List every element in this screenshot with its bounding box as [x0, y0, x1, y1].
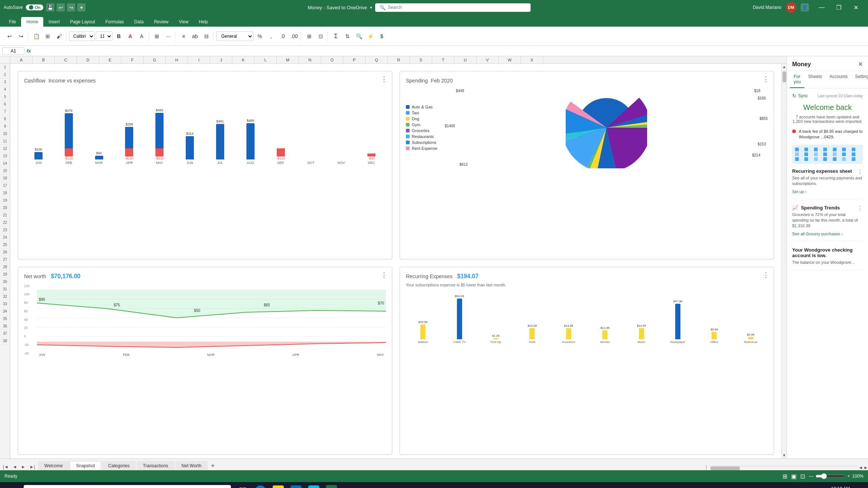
col-B[interactable]: B — [33, 56, 55, 63]
undo-icon[interactable]: ↩ — [57, 3, 65, 11]
setup-link[interactable]: Set up › — [792, 189, 807, 194]
row-11[interactable]: 11 — [0, 138, 10, 145]
h-scroll-thumb[interactable] — [710, 467, 740, 470]
wrap-text-btn[interactable]: ab — [190, 31, 200, 41]
side-tab-accounts[interactable]: Accounts — [826, 71, 851, 88]
merge-btn[interactable]: ⊟ — [201, 31, 212, 41]
zoom-slider[interactable] — [815, 473, 845, 479]
tab-page-layout[interactable]: Page Layout — [65, 17, 100, 27]
taskbar-explorer-btn[interactable]: 📁 — [269, 482, 287, 488]
side-tab-for-you[interactable]: For you — [790, 71, 804, 88]
row-35[interactable]: 35 — [0, 315, 10, 323]
tab-help[interactable]: Help — [194, 17, 213, 27]
increase-decimal-btn[interactable]: .0 — [277, 31, 288, 41]
row-21[interactable]: 21 — [0, 212, 10, 219]
side-tab-settings[interactable]: Settings — [851, 71, 868, 88]
side-panel-close-btn[interactable]: ✕ — [858, 61, 863, 68]
row-6[interactable]: 6 — [0, 101, 10, 108]
sheet-tab-transactions[interactable]: Transactions — [137, 461, 174, 470]
cashflow-menu-btn[interactable]: ⋮ — [381, 75, 387, 83]
net-worth-menu-btn[interactable]: ⋮ — [381, 271, 387, 279]
add-sheet-btn[interactable]: + — [208, 461, 217, 470]
bold-btn[interactable]: B — [114, 31, 124, 41]
highlight-btn[interactable]: A — [137, 31, 147, 41]
col-K[interactable]: K — [232, 56, 255, 63]
dollar-btn[interactable]: $ — [377, 31, 387, 41]
col-P[interactable]: P — [343, 56, 366, 63]
format-table-btn[interactable]: ⊡ — [316, 31, 326, 41]
col-N[interactable]: N — [299, 56, 321, 63]
col-Q[interactable]: Q — [366, 56, 388, 63]
tab-last-btn[interactable]: ►| — [28, 464, 37, 470]
row-28[interactable]: 28 — [0, 263, 10, 271]
row-18[interactable]: 18 — [0, 189, 10, 197]
sheet-tab-snapshot[interactable]: Snapshot — [70, 461, 101, 470]
copy-btn[interactable]: ⊞ — [43, 31, 53, 41]
sheet-tab-net-worth[interactable]: Net Worth — [175, 461, 208, 470]
grocery-link[interactable]: See all Grocery purchases › — [792, 232, 842, 236]
row-19[interactable]: 19 — [0, 197, 10, 204]
row-10[interactable]: 10 — [0, 130, 10, 138]
paste-btn[interactable]: 📋 — [31, 31, 41, 41]
row-2[interactable]: 2 — [0, 71, 10, 78]
scroll-left-btn[interactable]: ◄ — [858, 465, 863, 470]
more-icon[interactable]: ▾ — [77, 3, 85, 11]
col-F[interactable]: F — [121, 56, 144, 63]
col-A[interactable]: A — [10, 56, 33, 63]
search-input[interactable] — [388, 5, 526, 10]
row-8[interactable]: 8 — [0, 115, 10, 123]
autosum-btn[interactable]: Σ — [331, 31, 341, 41]
taskbar-search-box[interactable]: 🔍 — [24, 485, 231, 488]
row-30[interactable]: 30 — [0, 278, 10, 286]
taskbar-task-view[interactable] — [234, 482, 252, 488]
decrease-decimal-btn[interactable]: .00 — [289, 31, 299, 41]
sheet-tab-categories[interactable]: Categories — [102, 461, 136, 470]
col-O[interactable]: O — [321, 56, 343, 63]
font-name-select[interactable]: Calibri — [69, 31, 95, 41]
dropdown-arrow-icon[interactable]: ▾ — [370, 5, 372, 10]
row-22[interactable]: 22 — [0, 219, 10, 226]
col-X[interactable]: X — [521, 56, 543, 63]
tab-formulas[interactable]: Formulas — [100, 17, 129, 27]
tab-data[interactable]: Data — [129, 17, 149, 27]
number-format-select[interactable]: General — [216, 31, 253, 41]
taskbar-mail-btn[interactable]: ✉ — [287, 482, 305, 488]
row-31[interactable]: 31 — [0, 286, 10, 293]
autosave-toggle[interactable]: On — [26, 4, 43, 10]
scroll-down-arrow[interactable]: ▼ — [781, 452, 787, 458]
col-C[interactable]: C — [55, 56, 77, 63]
taskbar-edge-btn[interactable]: e — [252, 482, 269, 488]
row-7[interactable]: 7 — [0, 108, 10, 115]
vertical-scrollbar[interactable]: ▲ ▼ — [781, 64, 787, 458]
zoom-plus-icon[interactable]: + — [847, 474, 850, 479]
redo-icon[interactable]: ↪ — [67, 3, 75, 11]
minimize-button[interactable]: — — [813, 0, 830, 15]
scroll-up-arrow[interactable]: ▲ — [781, 64, 787, 70]
col-R[interactable]: R — [388, 56, 410, 63]
avatar[interactable]: DM — [786, 2, 796, 13]
col-V[interactable]: V — [477, 56, 499, 63]
format-painter-btn[interactable]: 🖌 — [54, 31, 64, 41]
spending-menu-btn[interactable]: ⋮ — [763, 75, 769, 83]
formula-input[interactable] — [33, 48, 866, 54]
row-27[interactable]: 27 — [0, 256, 10, 263]
row-16[interactable]: 16 — [0, 175, 10, 182]
col-D[interactable]: D — [77, 56, 99, 63]
more-borders-btn[interactable]: ··· — [163, 31, 174, 41]
spending-more-btn[interactable]: ⋮ — [857, 205, 863, 212]
conditional-format-btn[interactable]: ⊞ — [304, 31, 314, 41]
taskbar-store-btn[interactable]: 🛒 — [305, 482, 323, 488]
maximize-button[interactable]: ❐ — [830, 0, 847, 15]
cell-reference-input[interactable] — [2, 47, 24, 55]
row-5[interactable]: 5 — [0, 93, 10, 101]
tab-next-btn[interactable]: ► — [20, 464, 27, 470]
row-36[interactable]: 36 — [0, 323, 10, 330]
col-E[interactable]: E — [99, 56, 121, 63]
row-17[interactable]: 17 — [0, 182, 10, 189]
tab-home[interactable]: Home — [21, 17, 43, 27]
save-icon[interactable]: 💾 — [46, 3, 54, 11]
find-btn[interactable]: 🔍 — [354, 31, 364, 41]
col-I[interactable]: I — [188, 56, 210, 63]
col-S[interactable]: S — [410, 56, 432, 63]
search-box[interactable]: 🔍 — [375, 3, 531, 12]
